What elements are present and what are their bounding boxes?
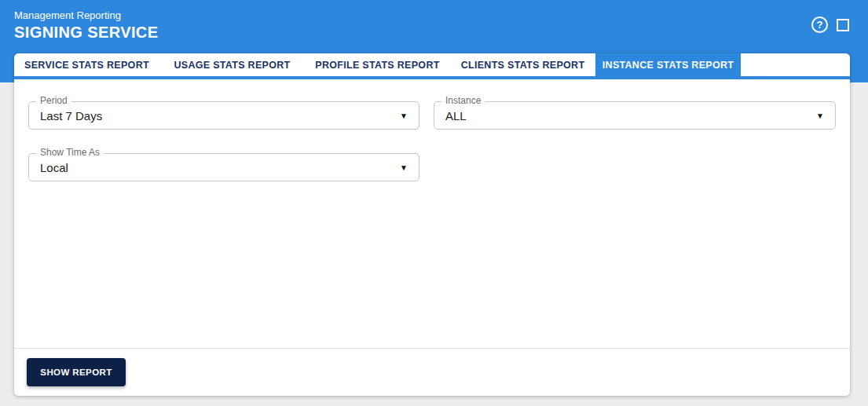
tab-service-stats-report[interactable]: SERVICE STATS REPORT [14, 53, 159, 76]
show-report-button[interactable]: SHOW REPORT [27, 358, 126, 386]
instance-select[interactable]: Instance ALL ▼ [434, 101, 836, 130]
period-label: Period [36, 95, 71, 106]
window-icon[interactable] [837, 19, 849, 31]
tab-instance-stats-report[interactable]: INSTANCE STATS REPORT [595, 53, 741, 76]
tab-bar: SERVICE STATS REPORT USAGE STATS REPORT … [14, 53, 850, 79]
header-text-block: Management Reporting SIGNING SERVICE [14, 9, 158, 42]
field-row-2: Show Time As Local ▼ [28, 153, 836, 181]
field-row-1: Period Last 7 Days ▼ Instance ALL ▼ [28, 101, 836, 130]
instance-label: Instance [441, 95, 485, 106]
show-time-as-select[interactable]: Show Time As Local ▼ [28, 153, 419, 181]
help-icon[interactable]: ? [811, 16, 828, 33]
tab-profile-stats-report[interactable]: PROFILE STATS REPORT [305, 53, 450, 76]
chevron-down-icon: ▼ [400, 163, 408, 172]
period-value: Last 7 Days [40, 109, 400, 123]
page-title: SIGNING SERVICE [14, 24, 158, 42]
header-icons: ? [811, 16, 849, 33]
chevron-down-icon: ▼ [816, 112, 824, 120]
report-card: SERVICE STATS REPORT USAGE STATS REPORT … [14, 53, 850, 396]
tab-clients-stats-report[interactable]: CLIENTS STATS REPORT [450, 53, 595, 76]
show-time-as-value: Local [40, 161, 400, 174]
instance-value: ALL [445, 109, 816, 123]
card-footer: SHOW REPORT [14, 348, 850, 396]
tab-usage-stats-report[interactable]: USAGE STATS REPORT [159, 53, 305, 76]
period-select[interactable]: Period Last 7 Days ▼ [28, 101, 419, 130]
form-area: Period Last 7 Days ▼ Instance ALL ▼ Show… [14, 79, 850, 348]
chevron-down-icon: ▼ [400, 112, 408, 120]
show-time-as-label: Show Time As [36, 147, 104, 158]
app-subtitle: Management Reporting [14, 9, 158, 21]
